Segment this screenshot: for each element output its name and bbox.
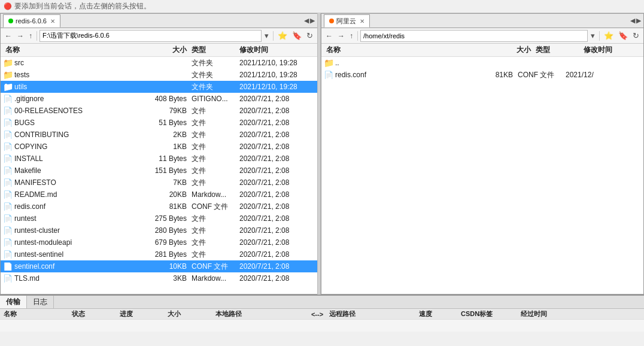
toolbar-sep1: [37, 31, 37, 41]
bottom-tab-log[interactable]: 日志: [27, 296, 54, 308]
table-row[interactable]: 📄redis.conf 81KB CONF 文件 2020/7/21, 2:08: [1, 201, 317, 213]
right-bookmark-btn[interactable]: 🔖: [616, 31, 630, 41]
right-nav-right[interactable]: ▶: [636, 17, 641, 25]
right-up-btn[interactable]: ↑: [348, 31, 355, 41]
file-type: CONF 文件: [518, 70, 566, 80]
table-row[interactable]: 📄runtest-moduleapi 679 Bytes 文件 2020/7/2…: [1, 236, 317, 248]
table-row[interactable]: 📄runtest-cluster 280 Bytes 文件 2020/7/21,…: [1, 224, 317, 236]
right-dropdown-btn[interactable]: ▾: [589, 31, 597, 41]
toolbar-sep2: [273, 31, 274, 41]
file-type: 文件: [192, 118, 239, 128]
table-row[interactable]: 📄00-RELEASENOTES 79KB 文件 2020/7/21, 2:08: [1, 105, 317, 117]
right-tab[interactable]: 阿里云 ✕: [324, 14, 370, 28]
file-date: 2020/7/21, 2:08: [239, 95, 317, 103]
left-header-size[interactable]: 大小: [138, 45, 192, 55]
table-row[interactable]: 📄runtest 275 Bytes 文件 2020/7/21, 2:08: [1, 213, 317, 224]
left-nav-right[interactable]: ▶: [310, 17, 315, 25]
left-tab-label: redis-6.0.6: [16, 17, 47, 25]
table-row[interactable]: 📄runtest-sentinel 281 Bytes 文件 2020/7/21…: [1, 248, 317, 260]
left-up-btn[interactable]: ↑: [27, 31, 34, 41]
left-dropdown-btn[interactable]: ▾: [263, 31, 271, 41]
file-icon: 📄: [3, 95, 13, 103]
left-forward-btn[interactable]: →: [15, 31, 26, 41]
left-header-name[interactable]: 名称: [1, 45, 138, 55]
table-row[interactable]: 📁..: [321, 57, 643, 69]
left-file-list[interactable]: 📁src 文件夹 2021/12/10, 19:28 📁tests 文件夹 20…: [1, 57, 317, 294]
right-header-name[interactable]: 名称: [321, 45, 494, 55]
left-nav-left[interactable]: ◀: [304, 17, 309, 25]
left-header-date[interactable]: 修改时间: [239, 45, 317, 55]
file-date: 2021/12/10, 19:28: [239, 59, 317, 67]
right-back-btn[interactable]: ←: [324, 31, 335, 41]
table-row[interactable]: 📄redis.conf 81KB CONF 文件 2021/12/: [321, 69, 643, 81]
file-size: 79KB: [138, 107, 192, 115]
left-back-btn[interactable]: ←: [3, 31, 14, 41]
left-panel: redis-6.0.6 ✕ ◀ ▶ ← → ↑ ▾ ⭐ 🔖 ↻: [0, 13, 317, 295]
file-type: 文件: [192, 250, 239, 260]
table-row[interactable]: 📄COPYING 1KB 文件 2020/7/21, 2:08: [1, 141, 317, 153]
file-name: 📄COPYING: [1, 142, 138, 151]
file-icon: 📄: [3, 214, 13, 223]
right-panel: 阿里云 ✕ ◀ ▶ ← → ↑ ▾ ⭐ 🔖 ↻: [321, 13, 644, 295]
file-name: 📁tests: [1, 71, 138, 79]
file-name: 📄redis.conf: [321, 71, 476, 79]
table-row[interactable]: 📁src 文件夹 2021/12/10, 19:28: [1, 57, 317, 69]
file-type: 文件夹: [192, 70, 239, 80]
table-row[interactable]: 📄TLS.md 3KB Markdow... 2020/7/21, 2:08: [1, 272, 317, 284]
table-row[interactable]: 📄README.md 20KB Markdow... 2020/7/21, 2:…: [1, 189, 317, 201]
left-tab[interactable]: redis-6.0.6 ✕: [3, 14, 60, 28]
bottom-content-header: 名称 状态 进度 大小 本地路径 <--> 远程路径 速度 CSDN标签 经过时…: [0, 309, 644, 320]
table-row[interactable]: 📄INSTALL 11 Bytes 文件 2020/7/21, 2:08: [1, 153, 317, 165]
file-name: 📄00-RELEASENOTES: [1, 107, 138, 115]
file-type: 文件: [192, 238, 239, 248]
left-bookmark-btn[interactable]: 🔖: [290, 31, 303, 41]
top-bar: 🔴 要添加到当前会话，点击左侧的箭头按钮。: [0, 0, 644, 13]
right-header-type[interactable]: 类型: [536, 45, 584, 55]
left-header-type[interactable]: 类型: [192, 45, 239, 55]
right-path-input[interactable]: [360, 30, 588, 42]
file-name: 📄runtest-cluster: [1, 226, 138, 235]
left-path-input[interactable]: [40, 30, 262, 42]
right-refresh-btn[interactable]: ↻: [631, 31, 641, 41]
table-row[interactable]: 📄MANIFESTO 7KB 文件 2020/7/21, 2:08: [1, 177, 317, 189]
table-row[interactable]: 📄Makefile 151 Bytes 文件 2020/7/21, 2:08: [1, 165, 317, 177]
file-date: 2020/7/21, 2:08: [239, 262, 317, 271]
table-row[interactable]: 📄.gitignore 408 Bytes GITIGNO... 2020/7/…: [1, 93, 317, 105]
left-home-btn[interactable]: ⭐: [276, 31, 289, 41]
table-row[interactable]: 📄sentinel.conf 10KB CONF 文件 2020/7/21, 2…: [1, 260, 317, 272]
file-size: 2KB: [138, 130, 192, 139]
file-name: 📄TLS.md: [1, 274, 138, 283]
bottom-header-name: 名称: [0, 309, 72, 318]
right-header-date[interactable]: 修改时间: [584, 45, 643, 55]
file-date: 2020/7/21, 2:08: [239, 190, 317, 199]
file-size: 81KB: [476, 71, 518, 79]
left-tab-close[interactable]: ✕: [50, 18, 55, 25]
bottom-tab-transfer[interactable]: 传输: [0, 296, 27, 308]
file-type: 文件夹: [192, 82, 239, 92]
file-size: 679 Bytes: [138, 238, 192, 247]
right-tab-close[interactable]: ✕: [360, 18, 364, 25]
table-row[interactable]: 📄CONTRIBUTING 2KB 文件 2020/7/21, 2:08: [1, 129, 317, 141]
file-date: 2021/12/: [566, 71, 643, 79]
file-icon: 📄: [3, 178, 13, 187]
right-home-btn[interactable]: ⭐: [602, 31, 615, 41]
file-date: 2020/7/21, 2:08: [239, 142, 317, 151]
table-row[interactable]: 📁utils 文件夹 2021/12/10, 19:28: [1, 81, 317, 93]
right-file-list[interactable]: 📁.. 📄redis.conf 81KB CONF 文件 2021/12/: [321, 57, 643, 294]
file-icon: 📄: [3, 238, 13, 247]
file-size: 10KB: [138, 262, 192, 271]
bottom-header-size: 大小: [168, 309, 215, 318]
top-bar-message: 要添加到当前会话，点击左侧的箭头按钮。: [14, 1, 151, 11]
folder-icon: 📁: [324, 59, 333, 67]
file-name: 📄sentinel.conf: [1, 262, 138, 271]
left-refresh-btn[interactable]: ↻: [305, 31, 315, 41]
folder-icon: 📁: [3, 59, 13, 67]
file-size: 7KB: [138, 178, 192, 187]
file-icon: 📄: [3, 142, 13, 151]
right-nav-left[interactable]: ◀: [630, 17, 635, 25]
file-icon: 📄: [3, 166, 13, 175]
table-row[interactable]: 📁tests 文件夹 2021/12/10, 19:28: [1, 69, 317, 81]
right-forward-btn[interactable]: →: [336, 31, 347, 41]
right-header-size[interactable]: 大小: [494, 45, 536, 55]
table-row[interactable]: 📄BUGS 51 Bytes 文件 2020/7/21, 2:08: [1, 117, 317, 129]
